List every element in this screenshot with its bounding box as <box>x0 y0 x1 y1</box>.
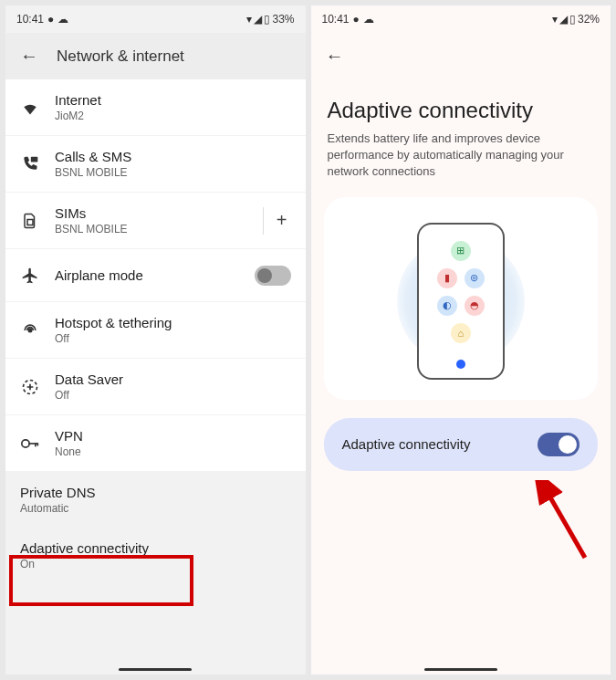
cloud-icon: ☁ <box>363 13 374 26</box>
svg-point-4 <box>22 439 29 446</box>
item-sub: Off <box>55 389 291 402</box>
screen-network-internet: 10:41 ● ☁ ▾ ◢ ▯ 33% ← Network & internet… <box>5 5 306 675</box>
wifi-icon: ▾ <box>552 13 558 26</box>
phone-sms-icon <box>20 154 40 174</box>
list-item-sims[interactable]: SIMs BSNL MOBILE + <box>5 193 306 249</box>
item-title: Internet <box>55 92 291 108</box>
svg-rect-0 <box>31 156 38 162</box>
vpn-key-icon <box>20 434 40 454</box>
svg-rect-5 <box>28 443 37 445</box>
item-title: Private DNS <box>20 485 291 500</box>
illus-icon: ⊞ <box>451 241 471 261</box>
svg-rect-1 <box>27 219 33 225</box>
illus-icon: ⊚ <box>465 268 485 288</box>
clock: 10:41 <box>322 13 350 26</box>
list-item-airplane[interactable]: Airplane mode <box>5 249 306 302</box>
app-header: ← <box>311 33 611 79</box>
nav-bar[interactable] <box>119 668 192 671</box>
item-title: Data Saver <box>55 371 291 387</box>
add-sim-button[interactable]: + <box>263 207 291 235</box>
back-arrow-icon[interactable]: ← <box>326 46 344 66</box>
svg-point-2 <box>28 329 31 331</box>
nav-bar[interactable] <box>424 668 497 671</box>
airplane-icon <box>20 266 40 286</box>
illus-icon: ⌂ <box>451 323 471 343</box>
list-item-privatedns[interactable]: Private DNS Automatic <box>5 472 306 528</box>
item-sub: BSNL MOBILE <box>55 166 291 179</box>
list-item-adaptive[interactable]: Adaptive connectivity On <box>5 528 306 583</box>
wifi-icon: ▾ <box>246 13 252 26</box>
adaptive-toggle[interactable] <box>538 433 579 456</box>
list-item-vpn[interactable]: VPN None <box>5 415 306 472</box>
svg-line-8 <box>547 491 585 558</box>
item-sub: Automatic <box>20 502 291 515</box>
page-title: Network & internet <box>57 47 184 66</box>
item-title: Adaptive connectivity <box>20 540 291 556</box>
wifi-icon <box>20 98 40 118</box>
item-sub: BSNL MOBILE <box>55 223 248 235</box>
toggle-label: Adaptive connectivity <box>342 436 471 452</box>
adaptive-toggle-row[interactable]: Adaptive connectivity <box>324 418 599 471</box>
page-subtitle: Extends battery life and improves device… <box>311 131 611 197</box>
item-title: Airplane mode <box>55 267 240 283</box>
cloud-icon: ☁ <box>57 13 68 26</box>
arrow-annotation <box>530 480 603 562</box>
battery-percent: 33% <box>272 13 294 26</box>
item-sub: On <box>20 558 291 570</box>
app-header: ← Network & internet <box>5 33 306 79</box>
list-item-datasaver[interactable]: Data Saver Off <box>5 359 306 415</box>
signal-icon: ◢ <box>559 13 568 26</box>
plus-icon: + <box>273 210 291 231</box>
illustration-card: ⊞ ▮ ⊚ ◐ ◓ ⌂ <box>324 197 599 400</box>
airplane-toggle[interactable] <box>255 266 291 286</box>
illus-icon: ◐ <box>437 296 457 316</box>
list-item-hotspot[interactable]: Hotspot & tethering Off <box>5 302 306 359</box>
page-title: Adaptive connectivity <box>311 79 611 131</box>
clock: 10:41 <box>16 13 44 26</box>
settings-list: Internet JioM2 Calls & SMS BSNL MOBILE S… <box>5 79 306 583</box>
illus-icon: ◓ <box>465 296 485 316</box>
sim-icon <box>20 211 40 231</box>
status-bar: 10:41 ● ☁ ▾ ◢ ▯ 32% <box>311 5 611 33</box>
notification-icon: ● <box>47 13 54 26</box>
item-title: SIMs <box>55 205 248 221</box>
battery-icon: ▯ <box>264 13 270 26</box>
item-title: Calls & SMS <box>55 149 291 164</box>
indicator-dot <box>456 360 465 369</box>
illus-icon: ▮ <box>437 268 457 288</box>
svg-rect-6 <box>35 443 37 446</box>
item-sub: None <box>55 445 291 458</box>
status-bar: 10:41 ● ☁ ▾ ◢ ▯ 33% <box>5 5 306 33</box>
back-arrow-icon[interactable]: ← <box>20 46 38 67</box>
item-title: Hotspot & tethering <box>55 315 291 330</box>
list-item-calls-sms[interactable]: Calls & SMS BSNL MOBILE <box>5 136 306 193</box>
data-saver-icon <box>20 377 40 397</box>
battery-percent: 32% <box>578 13 600 26</box>
list-item-internet[interactable]: Internet JioM2 <box>5 79 306 136</box>
item-sub: Off <box>55 332 291 345</box>
phone-illustration: ⊞ ▮ ⊚ ◐ ◓ ⌂ <box>417 223 505 380</box>
svg-rect-7 <box>37 443 39 445</box>
item-sub: JioM2 <box>55 110 291 122</box>
signal-icon: ◢ <box>254 13 262 26</box>
battery-icon: ▯ <box>569 13 576 26</box>
notification-icon: ● <box>353 13 360 26</box>
hotspot-icon <box>20 320 40 340</box>
item-title: VPN <box>55 428 291 444</box>
screen-adaptive-connectivity: 10:41 ● ☁ ▾ ◢ ▯ 32% ← Adaptive connectiv… <box>311 5 611 675</box>
